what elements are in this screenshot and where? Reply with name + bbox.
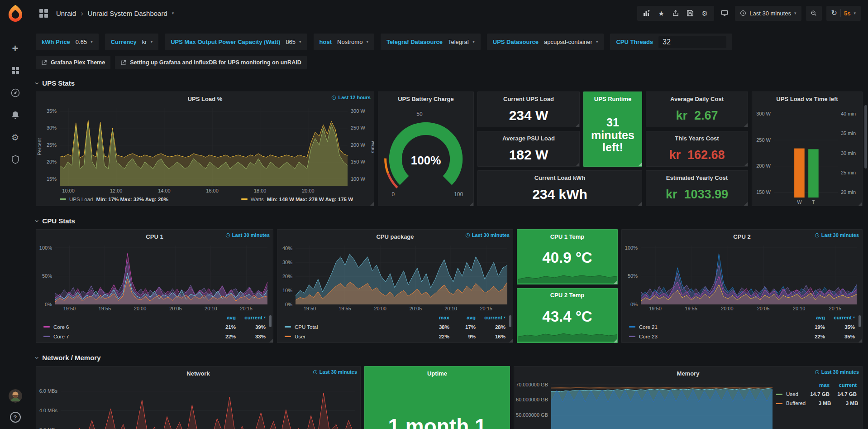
legend-col-header[interactable]: avg: [799, 315, 825, 320]
network-chart[interactable]: 2.0 MBs4.0 MBs6.0 MBs: [36, 379, 360, 429]
series-marker: [776, 394, 782, 395]
panel-title[interactable]: CPU 1 Temp: [550, 233, 585, 240]
stat-value: 1 month 1: [365, 379, 510, 429]
save-button[interactable]: [684, 7, 696, 19]
panel-time-override[interactable]: Last 30 minutes: [225, 232, 270, 238]
legend-scrollbar[interactable]: [269, 315, 272, 327]
panel-title[interactable]: Estimated Yearly Cost: [666, 174, 728, 181]
legend-col-header[interactable]: max: [804, 382, 830, 388]
panel-title[interactable]: CPU 2: [733, 233, 750, 240]
panel-title[interactable]: Uptime: [427, 370, 447, 377]
panel-title[interactable]: CPU 1: [146, 233, 163, 240]
panel-title[interactable]: Memory: [677, 370, 700, 377]
legend-scrollbar[interactable]: [858, 315, 861, 327]
legend-item[interactable]: UPS Load Min: 17% Max: 32% Avg: 20%: [60, 197, 168, 202]
panel-time-override[interactable]: Last 30 minutes: [815, 232, 859, 238]
panel-time-override[interactable]: Last 30 minutes: [815, 369, 859, 375]
legend-col-header[interactable]: avg: [210, 315, 236, 320]
cpu-package-chart[interactable]: 0%10%20%30%40%19:5019:5520:0020:0520:102…: [277, 242, 513, 313]
variable-currency[interactable]: Currency kr▾: [105, 34, 158, 50]
page-scrollbar[interactable]: [864, 105, 867, 169]
legend-row[interactable]: CPU Total 38% 17% 28%: [285, 322, 506, 332]
panel-title[interactable]: UPS Battery Charge: [398, 96, 454, 102]
panel-title[interactable]: Average Daily Cost: [670, 96, 724, 102]
refresh-icon[interactable]: ↻: [831, 10, 837, 17]
refresh-picker[interactable]: ↻ 5s ▾: [826, 6, 861, 21]
legend-col-header[interactable]: current: [830, 382, 857, 388]
legend-col-header[interactable]: current▾: [825, 315, 855, 320]
ups-load-time-left-chart[interactable]: 150 W200 W250 W300 W20 min25 min30 min35…: [752, 104, 862, 206]
legend-col-header[interactable]: current▾: [476, 315, 506, 320]
svg-text:20:05: 20:05: [169, 306, 182, 311]
ups-section-header[interactable]: › UPS Stats: [36, 79, 863, 87]
variable-kwh-price[interactable]: kWh Price 0.65▾: [36, 34, 99, 50]
cpu2-chart[interactable]: 0%50%100%19:5019:5520:0020:0520:1020:15: [622, 242, 862, 313]
legend-row[interactable]: User 22% 9% 16%: [285, 332, 506, 341]
refresh-interval-label[interactable]: 5s: [844, 10, 850, 17]
panel-title[interactable]: This Years Cost: [675, 135, 719, 142]
variable-cpu-threads[interactable]: CPU Threads 32: [610, 34, 732, 50]
variable-host[interactable]: host Nostromo▾: [314, 34, 374, 50]
legend-row[interactable]: Core 21 19% 35%: [629, 322, 855, 332]
legend-row[interactable]: Core 23 22% 35%: [629, 332, 855, 341]
battery-gauge[interactable]: 050100100%: [378, 104, 473, 206]
cpu-threads-input[interactable]: 32: [658, 36, 726, 48]
legend-col-header[interactable]: current▾: [236, 315, 266, 320]
panel-title[interactable]: UPS Load %: [188, 96, 223, 102]
memory-chart[interactable]: 50.000000 GB60.000000 GB70.000000 GB: [514, 379, 776, 429]
legend-row[interactable]: Buffered 3 MB 3 MB: [776, 399, 857, 408]
legend-row[interactable]: Used 14.7 GB 14.7 GB: [776, 390, 857, 399]
network-memory-section-header[interactable]: › Network / Memory: [36, 354, 863, 362]
clock-icon: [815, 370, 820, 375]
breadcrumb-dashboard-title[interactable]: Unraid System Dashboard: [88, 10, 167, 17]
apps-grid-icon[interactable]: [39, 9, 48, 18]
caret-down-icon: ▾: [91, 40, 93, 44]
zoom-out-button[interactable]: [806, 6, 822, 21]
legend-col-header[interactable]: max: [423, 315, 449, 320]
variable-ups-datasource[interactable]: UPS Datasource apcupsd-container▾: [487, 34, 604, 50]
share-button[interactable]: [670, 7, 682, 19]
star-button[interactable]: ★: [655, 7, 667, 19]
sidebar-explore-button[interactable]: [10, 88, 20, 98]
panel-time-override[interactable]: Last 30 minutes: [313, 369, 357, 375]
add-panel-button[interactable]: [641, 7, 653, 19]
panel-title[interactable]: CPU package: [376, 233, 414, 240]
sidebar-create-button[interactable]: +: [10, 43, 20, 53]
cpu-section-header[interactable]: › CPU Stats: [36, 217, 863, 225]
sidebar-admin-button[interactable]: [10, 154, 20, 164]
legend-row[interactable]: Core 6 21% 39%: [43, 322, 266, 332]
legend-row[interactable]: Core 7 22% 33%: [43, 332, 266, 341]
svg-text:19:55: 19:55: [339, 306, 351, 311]
dashboard-content: kWh Price 0.65▾ Currency kr▾ UPS Max Out…: [30, 26, 868, 429]
legend-scrollbar[interactable]: [509, 315, 511, 327]
sidebar-configuration-button[interactable]: ⚙: [10, 132, 20, 142]
dashboard-settings-button[interactable]: ⚙: [699, 7, 711, 19]
ups-load-chart[interactable]: 15%20%25%30%35%100 W150 W200 W250 W300 W…: [36, 104, 374, 195]
legend-col-header[interactable]: avg: [449, 315, 476, 320]
link-ups-monitoring-guide[interactable]: Setting up Grafana and InfluxDB for UPS …: [115, 56, 306, 69]
panel-title[interactable]: Current UPS Load: [503, 96, 554, 102]
panel-title[interactable]: Current Load kWh: [534, 174, 586, 181]
sidebar-alerting-button[interactable]: [10, 110, 20, 120]
dashboard-links: Grafana Plex Theme Setting up Grafana an…: [36, 56, 863, 69]
variable-ups-max-output[interactable]: UPS Max Output Power Capacity (Watt) 865…: [165, 34, 307, 50]
grafana-logo[interactable]: [5, 4, 25, 24]
user-avatar[interactable]: [9, 389, 22, 403]
link-grafana-plex-theme[interactable]: Grafana Plex Theme: [36, 56, 110, 69]
panel-title[interactable]: Network: [186, 370, 210, 377]
panel-title[interactable]: UPS Runtime: [594, 96, 631, 102]
caret-down-icon[interactable]: ▾: [172, 11, 174, 15]
panel-time-override[interactable]: Last 12 hours: [331, 95, 371, 100]
panel-time-override[interactable]: Last 30 minutes: [465, 232, 510, 238]
cpu1-chart[interactable]: 0%50%100%19:5019:5520:0020:0520:1020:15: [36, 242, 273, 313]
panel-title[interactable]: Average PSU Load: [502, 135, 555, 142]
time-picker-button[interactable]: Last 30 minutes ▾: [735, 6, 801, 21]
breadcrumb-app[interactable]: Unraid: [56, 10, 76, 17]
cycle-view-button[interactable]: [719, 7, 730, 19]
panel-title[interactable]: CPU 2 Temp: [550, 292, 585, 299]
panel-title[interactable]: UPS Load vs Time left: [776, 96, 838, 102]
legend-item[interactable]: Watts Min: 148 W Max: 278 W Avg: 175 W: [241, 197, 353, 202]
help-button[interactable]: ?: [10, 412, 21, 423]
variable-telegraf-datasource[interactable]: Telegraf Datasource Telegraf▾: [381, 34, 481, 50]
sidebar-dashboards-button[interactable]: [10, 66, 20, 76]
